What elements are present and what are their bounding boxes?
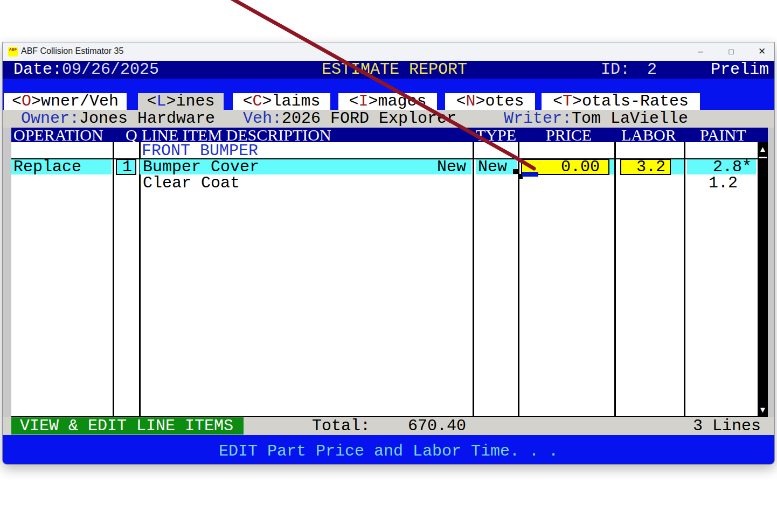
- mode-indicator: VIEW & EDIT LINE ITEMS: [11, 417, 244, 435]
- prompt-message: EDIT Part Price and Labor Time. . .: [219, 442, 558, 460]
- window-title: ABF Collision Estimator 35: [21, 46, 123, 56]
- tab-lines[interactable]: <L>ines: [138, 93, 224, 110]
- report-header-bar: Date:09/26/2025 ESTIMATE REPORT ID: 2 Pr…: [3, 61, 774, 79]
- cell-labor-input[interactable]: 3.2: [620, 159, 671, 175]
- app-window: ABF ABF Collision Estimator 35 – □ ✕ Dat…: [2, 42, 775, 465]
- column-divider: [614, 142, 616, 417]
- estimate-info-bar: Owner:Jones Hardware Veh:2026 FORD Explo…: [3, 110, 774, 128]
- tab-claims[interactable]: <C>laims: [233, 93, 330, 110]
- line-items-grid: OPERATION Q LINE ITEM DESCRIPTION TYPE P…: [3, 128, 774, 417]
- owner-field: Owner:Jones Hardware: [21, 110, 215, 128]
- scrollbar-divider: [759, 157, 767, 158]
- line-count: 3 Lines: [693, 417, 761, 435]
- col-header-type: TYPE: [476, 128, 516, 142]
- col-header-operation: OPERATION: [13, 128, 103, 142]
- maximize-button[interactable]: □: [719, 43, 744, 61]
- grid-header-row: OPERATION Q LINE ITEM DESCRIPTION TYPE P…: [11, 128, 768, 142]
- report-title: ESTIMATE REPORT: [322, 61, 467, 79]
- text-cursor: [522, 172, 538, 177]
- column-divider: [473, 142, 474, 417]
- tab-images[interactable]: <I>mages: [338, 93, 437, 110]
- minimize-button[interactable]: –: [688, 43, 713, 61]
- prompt-bar: EDIT Part Price and Labor Time. . .: [3, 435, 774, 465]
- cell-type[interactable]: New: [476, 159, 517, 174]
- vehicle-field: Veh:2026 FORD Explorer: [243, 110, 456, 128]
- cell-condition: New: [437, 159, 466, 174]
- cell-labor-highlight: [671, 159, 684, 174]
- tab-owner-veh[interactable]: <O>wner/Veh: [4, 93, 127, 110]
- col-header-labor: LABOR: [621, 128, 676, 142]
- column-divider: [518, 142, 519, 417]
- status-bar: VIEW & EDIT LINE ITEMS Total: 670.40 3 L…: [3, 417, 774, 435]
- estimate-id: ID: 2: [601, 61, 657, 79]
- vertical-scrollbar[interactable]: ▲ ▼: [758, 142, 768, 417]
- tab-totals-rates[interactable]: <T>otals-Rates: [542, 93, 700, 110]
- writer-field: Writer:Tom LaVielle: [504, 110, 688, 128]
- window-titlebar: ABF ABF Collision Estimator 35 – □ ✕: [3, 43, 774, 61]
- col-header-description: LINE ITEM DESCRIPTION: [142, 128, 331, 142]
- date-field: Date:09/26/2025: [13, 61, 159, 79]
- app-icon: ABF: [8, 47, 18, 57]
- status-badge: Prelim: [711, 61, 769, 79]
- table-row-paint[interactable]: 1.2: [687, 176, 756, 191]
- col-header-paint: PAINT: [700, 128, 746, 142]
- table-row-group-heading[interactable]: FRONT BUMPER: [142, 143, 258, 158]
- cell-price-highlight: [609, 159, 614, 174]
- tab-notes[interactable]: <N>otes: [445, 93, 535, 110]
- table-row-description[interactable]: Clear Coat: [140, 176, 471, 191]
- cell-paint[interactable]: 2.8*: [687, 159, 756, 174]
- cell-selection-marker: [513, 169, 518, 174]
- col-header-price: PRICE: [546, 128, 592, 142]
- cell-qty[interactable]: 1: [116, 159, 136, 175]
- total-label: Total:: [312, 417, 370, 435]
- column-divider: [684, 142, 685, 417]
- scroll-up-icon[interactable]: ▲: [758, 142, 768, 156]
- cell-operation[interactable]: Replace: [11, 159, 112, 174]
- column-divider: [113, 142, 114, 417]
- col-header-qty: Q: [126, 128, 137, 142]
- close-button[interactable]: ✕: [750, 43, 774, 61]
- total-value: 670.40: [408, 417, 466, 435]
- cell-description[interactable]: Bumper Cover New: [140, 159, 471, 174]
- scroll-down-icon[interactable]: ▼: [758, 403, 768, 417]
